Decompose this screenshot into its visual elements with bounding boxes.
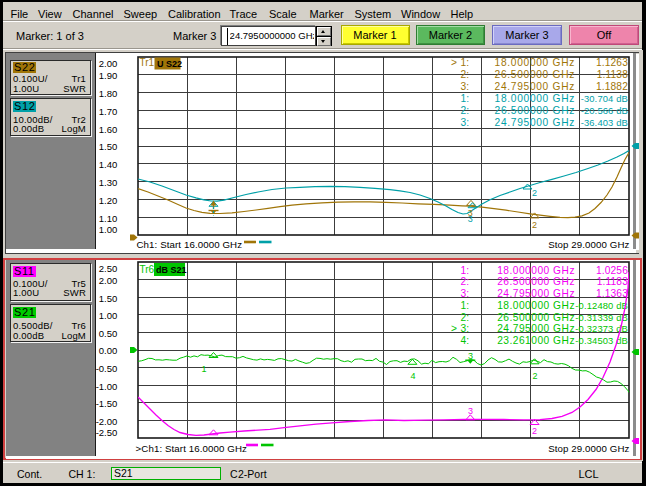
svg-text:-1.00: -1.00 [96,381,118,392]
svg-text:Stop 29.0000 GHz: Stop 29.0000 GHz [548,239,629,250]
svg-text:2.00: 2.00 [99,58,118,69]
svg-text:-0.31339 dB: -0.31339 dB [575,312,628,323]
svg-text:1: 1 [201,364,206,374]
svg-text:1.0256: 1.0256 [596,265,628,276]
svg-text:dB S21: dB S21 [156,265,187,275]
svg-text:-30.704 dB: -30.704 dB [581,93,628,104]
svg-text:1.00: 1.00 [99,310,118,321]
svg-text:2: 2 [532,188,537,198]
svg-text:Tr1: Tr1 [140,57,155,68]
svg-text:> 1:: > 1: [451,57,469,68]
svg-text:Stop 29.0000 GHz: Stop 29.0000 GHz [548,443,629,454]
svg-text:4:: 4: [460,335,469,346]
svg-text:2.50: 2.50 [99,263,118,274]
svg-text:-2.00: -2.00 [96,416,118,427]
svg-text:1.50: 1.50 [99,293,118,304]
svg-text:3: 3 [468,406,473,416]
svg-text:24.795000 GHz: 24.795000 GHz [495,117,575,128]
svg-text:1.60: 1.60 [99,124,118,135]
svg-text:2: 2 [532,220,537,230]
svg-text:1.1882: 1.1882 [596,81,628,92]
svg-text:3:: 3: [460,117,469,128]
svg-text:1:: 1: [460,265,469,276]
svg-text:> 3:: > 3: [451,323,469,334]
svg-text:26.500000 GHz: 26.500000 GHz [497,312,575,323]
svg-text:2: 2 [532,426,537,436]
svg-text:1.1263: 1.1263 [596,57,628,68]
svg-text:24.795000 GHz: 24.795000 GHz [497,323,575,334]
svg-text:24.795000 GHz: 24.795000 GHz [495,81,575,92]
svg-text:-0.34503 dB: -0.34503 dB [575,335,628,346]
svg-text:1.50: 1.50 [99,141,118,152]
svg-text:0.00: 0.00 [99,345,118,356]
svg-text:26.500000 GHz: 26.500000 GHz [495,69,575,80]
svg-text:18.000000 GHz: 18.000000 GHz [497,300,575,311]
svg-text:18.000000 GHz: 18.000000 GHz [495,93,575,104]
svg-text:1.30: 1.30 [99,177,118,188]
svg-text:2.00: 2.00 [99,275,118,286]
svg-text:23.261000 GHz: 23.261000 GHz [497,335,575,346]
svg-text:18.000000 GHz: 18.000000 GHz [495,57,575,68]
svg-text:24.795000 GHz: 24.795000 GHz [497,288,575,299]
svg-text:-2.50: -2.50 [96,427,118,438]
svg-text:U S22: U S22 [157,59,182,69]
svg-text:1:: 1: [460,93,469,104]
svg-text:-1.50: -1.50 [96,398,118,409]
svg-text:26.500000 GHz: 26.500000 GHz [495,105,575,116]
svg-text:1.90: 1.90 [99,70,118,81]
svg-text:1:: 1: [460,300,469,311]
svg-text:2:: 2: [460,312,469,323]
svg-text:3: 3 [468,351,473,361]
svg-text:-0.12480 dB: -0.12480 dB [575,300,628,311]
svg-text:1.20: 1.20 [99,195,118,206]
svg-text:1.40: 1.40 [99,159,118,170]
svg-text:0.50: 0.50 [99,328,118,339]
svg-text:-36.403 dB: -36.403 dB [581,117,628,128]
svg-text:1.1183: 1.1183 [597,276,628,287]
svg-text:2:: 2: [460,276,469,287]
svg-text:-0.50: -0.50 [96,363,118,374]
svg-text:3:: 3: [460,81,469,92]
svg-text:-20.566 dB: -20.566 dB [581,105,628,116]
svg-text:1.1363: 1.1363 [596,288,628,299]
svg-text:2: 2 [532,371,537,381]
svg-text:1.1138: 1.1138 [597,69,628,80]
svg-text:18.000000 GHz: 18.000000 GHz [497,265,575,276]
svg-text:1.70: 1.70 [99,106,118,117]
svg-text:Tr6: Tr6 [140,264,155,275]
svg-text:4: 4 [410,371,415,381]
svg-text:1.80: 1.80 [99,88,118,99]
svg-text:>Ch1: Start 16.0000 GHz: >Ch1: Start 16.0000 GHz [136,443,247,454]
svg-text:Ch1: Start 16.0000 GHz: Ch1: Start 16.0000 GHz [137,239,243,250]
svg-text:1.10: 1.10 [99,213,118,224]
svg-text:3: 3 [468,214,473,224]
svg-text:2:: 2: [460,105,469,116]
svg-text:26.500000 GHz: 26.500000 GHz [497,276,575,287]
svg-text:2:: 2: [460,69,469,80]
svg-text:3:: 3: [460,288,469,299]
svg-text:1.00: 1.00 [99,224,118,235]
